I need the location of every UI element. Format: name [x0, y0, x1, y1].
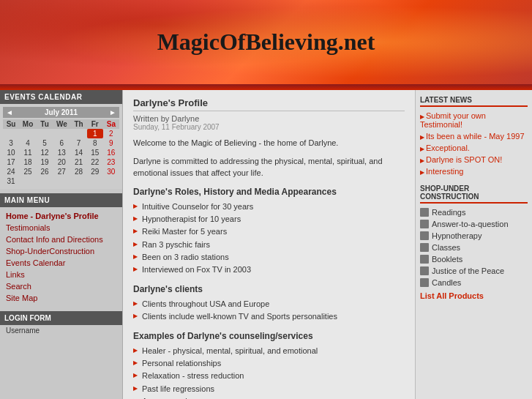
calendar-nav[interactable]: ◄ July 2011 ►: [3, 107, 119, 118]
news-item[interactable]: Darlyne is SPOT ON!: [420, 154, 528, 165]
calendar-day[interactable]: 20: [53, 157, 70, 167]
events-calendar-title: EVENTS CALENDAR: [0, 90, 122, 104]
calendar-grid: Su Mo Tu We Th Fr Sa 1234567891011121314…: [3, 119, 119, 186]
calendar-day: [37, 176, 53, 186]
intro-para2: Darlyne is committed to addressing the p…: [133, 155, 405, 179]
calendar-day[interactable]: 22: [87, 157, 103, 167]
cal-header-th: Th: [70, 119, 86, 129]
calendar-day[interactable]: 3: [3, 138, 19, 148]
calendar-day: [19, 129, 37, 138]
cal-header-fr: Fr: [87, 119, 103, 129]
latest-news-title: LATEST NEWS: [420, 96, 528, 107]
calendar-prev-arrow[interactable]: ◄: [6, 108, 13, 116]
shop-icon: [420, 208, 429, 217]
calendar-day[interactable]: 8: [87, 138, 103, 148]
calendar-day[interactable]: 29: [87, 167, 103, 176]
calendar-day: [103, 176, 119, 186]
calendar-day[interactable]: 15: [87, 148, 103, 157]
calendar-day: [87, 176, 103, 186]
calendar-day: [37, 129, 53, 138]
calendar-day[interactable]: 25: [19, 167, 37, 176]
shop-item-label: Booklets: [432, 255, 462, 264]
calendar-day[interactable]: 5: [37, 138, 53, 148]
calendar-day[interactable]: 28: [70, 167, 86, 176]
shop-icon: [420, 278, 429, 287]
calendar-day: [53, 129, 70, 138]
calendar-day[interactable]: 23: [103, 157, 119, 167]
calendar-day[interactable]: 18: [19, 157, 37, 167]
service-item: Personal relationships: [133, 357, 405, 370]
shop-item[interactable]: Readings: [420, 206, 528, 218]
menu-item[interactable]: Links: [0, 269, 122, 280]
news-item[interactable]: Submit your own Testimonial!: [420, 110, 528, 130]
main-menu-title: MAIN MENU: [0, 193, 122, 207]
header-divider: [0, 84, 532, 90]
calendar-day[interactable]: 30: [103, 167, 119, 176]
calendar-day[interactable]: 19: [37, 157, 53, 167]
shop-item[interactable]: Booklets: [420, 253, 528, 265]
profile-title: Darlyne's Profile: [133, 97, 405, 111]
date-label: Sunday, 11 February 2007: [133, 123, 405, 131]
calendar-day[interactable]: 14: [70, 148, 86, 157]
calendar-day[interactable]: 7: [70, 138, 86, 148]
calendar-next-arrow[interactable]: ►: [109, 108, 116, 116]
menu-item[interactable]: Testimonials: [0, 222, 122, 234]
login-form-title: LOGIN FORM: [0, 311, 122, 325]
calendar-day[interactable]: 1: [87, 129, 103, 138]
news-item[interactable]: Its been a while - May 1997: [420, 130, 528, 142]
news-item[interactable]: Interesting: [420, 165, 528, 177]
menu-item[interactable]: Site Map: [0, 292, 122, 304]
calendar-day[interactable]: 9: [103, 138, 119, 148]
calendar-day[interactable]: 6: [53, 138, 70, 148]
news-item[interactable]: Exceptional.: [420, 142, 528, 154]
shop-item-label: Candles: [432, 278, 461, 287]
shop-list: ReadingsAnswer-to-a-questionHypnotherapy…: [420, 206, 528, 288]
menu-item[interactable]: Contact Info and Directions: [0, 234, 122, 245]
calendar-day[interactable]: 26: [37, 167, 53, 176]
menu-item[interactable]: Home - Darlyne's Profile: [0, 210, 122, 222]
shop-icon: [420, 255, 429, 264]
role-item: Interviewed on Fox TV in 2003: [133, 264, 405, 276]
calendar-day[interactable]: 17: [3, 157, 19, 167]
calendar-day: [70, 129, 86, 138]
calendar-day[interactable]: 12: [37, 148, 53, 157]
menu-item[interactable]: Shop-UnderConstruction: [0, 245, 122, 257]
shop-icon: [420, 266, 429, 275]
news-list: Submit your own Testimonial!Its been a w…: [420, 110, 528, 177]
calendar-day[interactable]: 21: [70, 157, 86, 167]
cal-header-su: Su: [3, 119, 19, 129]
services-title: Examples of Darlyne's counseling/service…: [133, 331, 405, 341]
calendar-month-year: July 2011: [45, 108, 78, 116]
clients-title: Darlyne's clients: [133, 284, 405, 294]
main-menu: Home - Darlyne's ProfileTestimonialsCont…: [0, 207, 122, 307]
calendar-day[interactable]: 16: [103, 148, 119, 157]
calendar-day[interactable]: 2: [103, 129, 119, 138]
service-item: Age regressions: [133, 395, 405, 399]
shop-item[interactable]: Justice of the Peace: [420, 265, 528, 277]
cal-header-we: We: [53, 119, 70, 129]
roles-title: Darlyne's Roles, History and Media Appea…: [133, 187, 405, 197]
site-title: MagicOfBelieving.net: [157, 29, 375, 56]
calendar-day[interactable]: 31: [3, 176, 19, 186]
client-item: Clients throughout USA and Europe: [133, 298, 405, 310]
calendar-day[interactable]: 13: [53, 148, 70, 157]
calendar-day[interactable]: 10: [3, 148, 19, 157]
calendar-day[interactable]: 27: [53, 167, 70, 176]
menu-item[interactable]: Events Calendar: [0, 257, 122, 269]
calendar-day[interactable]: 24: [3, 167, 19, 176]
shop-item[interactable]: Hypnotherapy: [420, 230, 528, 242]
calendar-day[interactable]: 11: [19, 148, 37, 157]
shop-item[interactable]: Answer-to-a-question: [420, 218, 528, 230]
roles-list: Intuitive Counselor for 30 yearsHypnothe…: [133, 201, 405, 277]
calendar-day[interactable]: 4: [19, 138, 37, 148]
shop-item[interactable]: Classes: [420, 242, 528, 253]
role-item: Intuitive Counselor for 30 years: [133, 201, 405, 213]
shop-icon: [420, 243, 429, 252]
shop-item[interactable]: Candles: [420, 277, 528, 288]
shop-item-label: Hypnotherapy: [432, 231, 482, 240]
calendar-day: [19, 176, 37, 186]
calendar-day: [70, 176, 86, 186]
list-all-products-link[interactable]: List All Products: [420, 291, 528, 300]
main-content: Darlyne's Profile Written by Darlyne Sun…: [123, 90, 415, 399]
menu-item[interactable]: Search: [0, 280, 122, 292]
